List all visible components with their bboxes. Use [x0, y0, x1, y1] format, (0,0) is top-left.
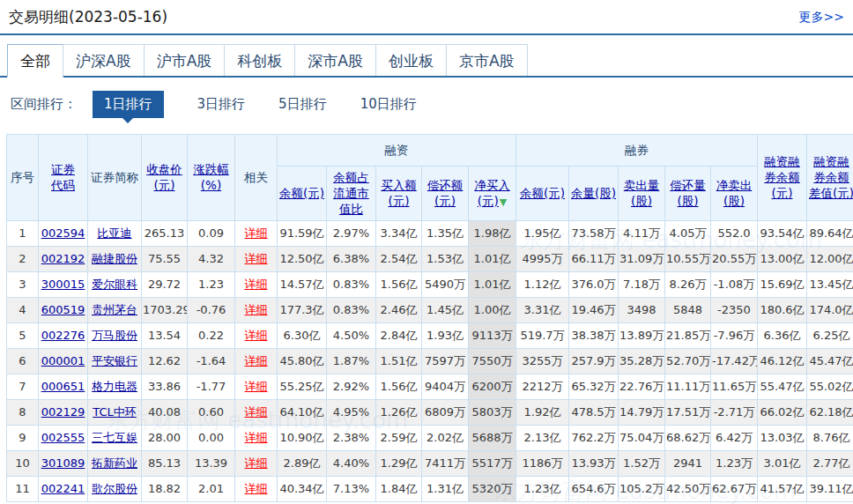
period-3d[interactable]: 3日排行 — [197, 96, 246, 113]
period-5d[interactable]: 5日排行 — [278, 96, 327, 113]
col-header-balance-diff-link[interactable]: 融资融 券余额 差值(元) — [809, 154, 853, 200]
tab-kechuangban[interactable]: 科创板 — [224, 44, 295, 76]
stock-name-link[interactable]: 比亚迪 — [98, 226, 132, 240]
detail-link[interactable]: 详细 — [245, 226, 268, 240]
detail-link[interactable]: 详细 — [245, 303, 268, 316]
cell-rzrq_balance: 66.02亿 — [758, 399, 807, 425]
stock-code-link[interactable]: 002276 — [41, 329, 85, 342]
col-header-rq-sell-link[interactable]: 卖出量 (股) — [624, 178, 660, 208]
cell-rq_repay: 42.50万 — [665, 476, 711, 501]
table-row: 7000651格力电器33.86-1.77详细55.25亿2.92%1.56亿9… — [7, 374, 853, 399]
tab-jingshi-a[interactable]: 京市A股 — [446, 44, 528, 76]
detail-link[interactable]: 详细 — [245, 431, 268, 444]
col-header-related: 相关 — [235, 135, 278, 221]
cell-rz_ratio: 0.83% — [327, 271, 376, 297]
col-header-rz-ratio: 余额占 流通市 值比 — [327, 167, 376, 221]
cell-rz_ratio: 2.38% — [327, 425, 376, 450]
tab-hushen-a[interactable]: 沪深A股 — [63, 44, 145, 76]
cell-rzrq_balance: 93.54亿 — [758, 220, 807, 246]
col-header-change: 涨跌幅 (%) — [188, 135, 235, 221]
stock-code-link[interactable]: 301089 — [41, 456, 85, 470]
cell-rz_ratio: 2.97% — [327, 220, 376, 246]
cell-rz_net: 1.00亿 — [469, 297, 516, 322]
more-link[interactable]: 更多>> — [799, 10, 844, 26]
col-header-rq-balance-link[interactable]: 余额(元) — [520, 186, 565, 200]
detail-link[interactable]: 详细 — [245, 482, 268, 495]
stock-code-link[interactable]: 002241 — [41, 482, 85, 495]
stock-name-link[interactable]: 三七互娱 — [92, 431, 137, 444]
cell-rzrq_balance: 15.69亿 — [758, 271, 807, 297]
cell-chg: -0.76 — [188, 297, 235, 322]
stock-code-link[interactable]: 002555 — [41, 431, 85, 444]
cell-rq_repay: 4.05万 — [665, 220, 711, 246]
table-row: 9002555三七互娱28.000.00详细10.90亿2.38%2.59亿2.… — [7, 425, 853, 450]
col-header-rz-balance-link[interactable]: 余额(元) — [279, 186, 324, 200]
cell-rz_buy: 2.59亿 — [376, 425, 422, 450]
cell-rz_ratio: 0.83% — [327, 297, 376, 322]
detail-link[interactable]: 详细 — [245, 278, 268, 291]
cell-name: 万马股份 — [88, 322, 142, 348]
cell-code: 002555 — [39, 425, 88, 450]
col-header-rq-volume-link[interactable]: 余量(股) — [571, 186, 616, 200]
cell-chg: 1.23 — [188, 271, 235, 297]
cell-rq_volume: 762.2万 — [569, 425, 619, 450]
col-header-rq-volume: 余量(股) — [569, 167, 619, 221]
stock-name-link[interactable]: 平安银行 — [92, 354, 137, 367]
stock-name-link[interactable]: 贵州茅台 — [92, 303, 137, 316]
cell-rzrq_balance: 41.57亿 — [758, 476, 807, 501]
cell-rz_buy: 1.26亿 — [376, 399, 422, 425]
stock-code-link[interactable]: 600519 — [41, 303, 85, 316]
tab-all[interactable]: 全部 — [7, 44, 63, 78]
stock-name-link[interactable]: 融捷股份 — [92, 252, 137, 265]
cell-rzrq_balance: 13.00亿 — [758, 246, 807, 271]
cell-name: 融捷股份 — [88, 246, 142, 271]
stock-name-link[interactable]: 爱尔眼科 — [92, 278, 137, 291]
col-header-code-link[interactable]: 证券 代码 — [51, 162, 75, 192]
cell-close: 29.72 — [142, 271, 188, 297]
cell-seq: 3 — [7, 271, 39, 297]
detail-link[interactable]: 详细 — [245, 329, 268, 342]
stock-code-link[interactable]: 002594 — [41, 226, 85, 240]
cell-rq_volume: 478.5万 — [569, 399, 619, 425]
stock-name-link[interactable]: 格力电器 — [92, 380, 137, 393]
tab-chuangyeban[interactable]: 创业板 — [375, 44, 447, 76]
cell-rq_net: -2.71万 — [711, 399, 758, 425]
tab-shenshi-a[interactable]: 深市A股 — [294, 44, 376, 76]
stock-code-link[interactable]: 000651 — [41, 380, 85, 393]
stock-code-link[interactable]: 300015 — [41, 278, 85, 291]
cell-rzrq_diff: 6.25亿 — [807, 322, 853, 348]
stock-name-link[interactable]: TCL中环 — [93, 405, 137, 419]
cell-detail: 详细 — [235, 220, 278, 246]
stock-code-link[interactable]: 002129 — [41, 405, 85, 419]
stock-name-link[interactable]: 歌尔股份 — [92, 482, 137, 495]
detail-link[interactable]: 详细 — [245, 405, 268, 419]
period-1d[interactable]: 1日排行 — [93, 91, 164, 118]
cell-rq_net: -17.42万 — [711, 348, 758, 374]
col-header-rz-buy: 买入额 (元) — [376, 167, 422, 221]
col-header-total-balance-link[interactable]: 融资融 券余额 (元) — [764, 154, 800, 200]
stock-name-link[interactable]: 万马股份 — [92, 329, 137, 342]
stock-name-link[interactable]: 拓新药业 — [92, 456, 137, 470]
period-10d[interactable]: 10日排行 — [360, 96, 417, 113]
stock-code-link[interactable]: 000001 — [41, 354, 85, 367]
cell-chg: 0.60 — [188, 399, 235, 425]
cell-rq_repay: 11.11万 — [665, 374, 711, 399]
col-header-rz-repay-link[interactable]: 偿还额 (元) — [427, 178, 464, 208]
stock-code-link[interactable]: 002192 — [41, 252, 85, 265]
col-header-change-link[interactable]: 涨跌幅 (%) — [193, 162, 229, 192]
cell-rq_sell: 1.52万 — [619, 450, 665, 476]
detail-link[interactable]: 详细 — [245, 252, 268, 265]
tab-hushi-a[interactable]: 沪市A股 — [144, 44, 226, 76]
detail-link[interactable]: 详细 — [245, 354, 268, 367]
cell-chg: 13.39 — [188, 450, 235, 476]
page: 东方财富网 eastmoney.com 东方财富网 eastmoney.com … — [0, 0, 853, 504]
detail-link[interactable]: 详细 — [245, 456, 268, 470]
col-header-rq-net-link[interactable]: 净卖出 (股) — [716, 178, 753, 208]
cell-rz_ratio: 4.95% — [327, 399, 376, 425]
col-header-rz-ratio-link[interactable]: 余额占 流通市 值比 — [333, 170, 369, 216]
col-header-rz-buy-link[interactable]: 买入额 (元) — [381, 178, 417, 208]
col-header-rq-repay-link[interactable]: 偿还量 (股) — [670, 178, 706, 208]
detail-link[interactable]: 详细 — [245, 380, 268, 393]
col-header-close-link[interactable]: 收盘价 (元) — [146, 162, 182, 192]
cell-close: 1703.29 — [142, 297, 188, 322]
